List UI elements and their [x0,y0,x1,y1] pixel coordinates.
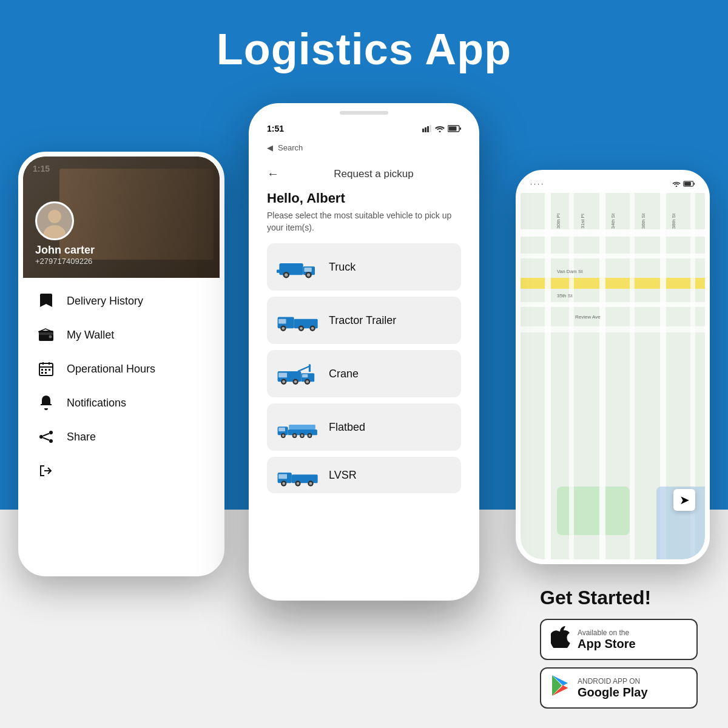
compass-button[interactable]: ➤ [673,489,695,511]
tractor-trailer-icon [277,305,319,335]
svg-rect-38 [278,319,286,324]
google-play-button[interactable]: ANDROID APP ON Google Play [540,667,698,709]
app-store-big: App Store [578,637,636,651]
svg-point-17 [39,435,43,439]
svg-point-56 [306,380,309,383]
delivery-history-label: Delivery History [67,295,143,308]
phones-container: 1:15 John carter +2797174 [0,91,728,637]
phone-content: ← Request a pickup Hello, Albert Please … [255,157,473,594]
search-label: Search [278,143,303,152]
lvsr-icon [277,460,319,490]
crane-label: Crane [329,368,359,380]
svg-rect-13 [41,372,43,374]
vehicle-item-lvsr[interactable]: LVSR [267,457,461,493]
logout-icon [38,462,55,479]
svg-point-77 [309,482,312,485]
avatar [35,201,74,240]
google-play-icon [551,675,570,701]
svg-rect-23 [430,125,431,132]
svg-point-16 [49,439,53,443]
svg-rect-70 [278,474,287,479]
svg-point-24 [439,131,441,133]
screen-title: Request a pickup [286,168,461,180]
svg-rect-50 [309,365,311,372]
calendar-icon [38,360,55,377]
svg-rect-4 [39,332,53,335]
app-store-text: Available on the App Store [578,629,636,651]
cta-section: Get Started! Available on the App Store [528,575,710,728]
svg-rect-22 [427,126,429,132]
svg-point-73 [282,482,285,485]
notifications-label: Notifications [67,397,126,410]
greeting: Hello, Albert [267,190,461,206]
map-status-bar: ···· [521,175,705,193]
svg-line-49 [298,366,311,371]
lvsr-label: LVSR [329,469,357,482]
svg-point-34 [307,274,310,277]
left-phone: 1:15 John carter +2797174 [18,152,224,576]
sidebar-item-logout[interactable] [23,454,220,488]
svg-point-52 [282,380,285,383]
vehicle-item-flatbed[interactable]: Flatbed [267,403,461,451]
svg-point-15 [49,431,53,434]
svg-rect-12 [49,369,50,371]
svg-point-75 [297,482,300,485]
get-started-heading: Get Started! [540,587,698,609]
apple-icon [551,626,570,653]
svg-rect-71 [292,474,318,483]
truck-label: Truck [329,261,356,274]
truck-icon [277,252,319,282]
sidebar-item-my-wallet[interactable]: My Wallet [23,318,220,352]
vehicle-list: Truck [267,243,461,493]
page-title: Logistics App [0,0,728,74]
svg-rect-47 [278,373,287,378]
svg-point-62 [282,434,285,437]
back-arrow-icon[interactable]: ← [267,167,279,181]
svg-rect-35 [277,270,281,273]
svg-point-78 [676,186,678,187]
vehicle-item-tractor-trailer[interactable]: Tractor Trailer [267,297,461,344]
svg-point-44 [311,327,314,330]
svg-point-1 [48,210,61,223]
back-chevron-icon: ◀ [267,143,273,152]
center-phone: 1:51 ◀ Search ← Request a pickup [249,103,479,601]
svg-point-68 [309,434,311,437]
bookmark-icon [38,292,55,309]
google-play-small: ANDROID APP ON [578,677,648,686]
pickup-header: ← Request a pickup [267,167,461,181]
sidebar-item-notifications[interactable]: Notifications [23,386,220,420]
app-store-button[interactable]: Available on the App Store [540,619,698,660]
svg-rect-10 [41,369,43,371]
bell-icon [38,394,55,411]
sidebar-item-operational-hours[interactable]: Operational Hours [23,352,220,386]
svg-line-18 [43,434,49,436]
vehicle-item-truck[interactable]: Truck [267,243,461,291]
user-name: John carter [35,244,95,257]
status-bar: 1:51 [255,116,473,141]
svg-rect-21 [425,127,426,132]
google-play-text: ANDROID APP ON Google Play [578,677,648,699]
center-phone-time: 1:51 [267,124,284,133]
svg-rect-26 [449,127,457,131]
vehicle-item-crane[interactable]: Crane [267,350,461,397]
svg-rect-48 [302,374,308,377]
svg-rect-11 [45,369,47,371]
search-bar: ◀ Search [255,141,473,157]
share-label: Share [67,431,96,443]
map-dots: ···· [530,180,545,187]
svg-point-64 [294,434,296,437]
status-icons [422,125,461,132]
svg-point-40 [282,327,285,330]
svg-rect-30 [305,268,312,272]
svg-rect-27 [460,127,461,130]
app-store-small: Available on the [578,629,636,637]
operational-hours-label: Operational Hours [67,363,155,376]
svg-rect-80 [684,182,691,186]
sidebar-item-share[interactable]: Share [23,420,220,454]
sidebar-item-delivery-history[interactable]: Delivery History [23,284,220,318]
crane-truck-icon [277,359,319,389]
svg-point-32 [285,274,288,277]
svg-rect-60 [289,425,315,430]
svg-rect-14 [45,372,47,374]
svg-rect-81 [694,183,695,184]
